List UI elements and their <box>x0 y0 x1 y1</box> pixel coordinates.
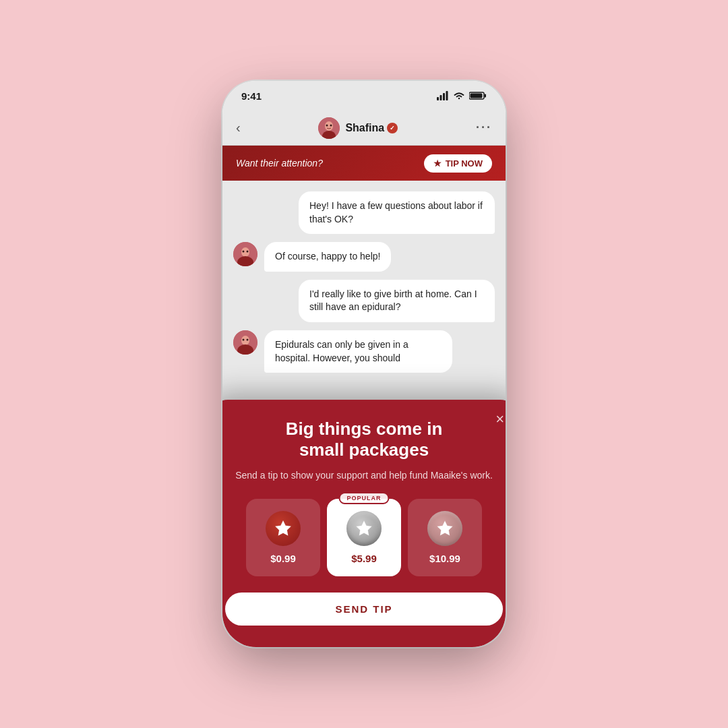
svg-rect-2 <box>443 93 445 100</box>
svg-point-18 <box>241 336 249 345</box>
svg-point-8 <box>325 121 333 131</box>
svg-point-11 <box>330 124 332 126</box>
battery-icon <box>469 91 487 100</box>
tip-now-label: TIP NOW <box>446 158 483 169</box>
message-4-wrap: Epidurals can only be given in a hospita… <box>233 330 495 373</box>
wifi-icon <box>453 91 465 100</box>
phone-frame: 9:41 <box>222 81 506 647</box>
signal-icon <box>437 91 449 100</box>
message-avatar-2 <box>233 330 257 355</box>
svg-marker-22 <box>275 520 291 535</box>
svg-point-15 <box>243 251 245 253</box>
tip-icon-099 <box>266 511 301 546</box>
message-2-wrap: Of course, happy to help! <box>233 242 495 272</box>
status-time: 9:41 <box>241 90 262 102</box>
status-icons <box>437 91 487 100</box>
svg-point-21 <box>247 338 249 340</box>
modal-close-button[interactable]: × <box>495 412 504 427</box>
svg-point-13 <box>241 247 249 257</box>
status-bar: 9:41 <box>222 81 506 111</box>
tip-modal: × Big things come insmall packages Send … <box>222 400 506 647</box>
tip-banner-text: Want their attention? <box>236 158 323 169</box>
tip-options: $0.99 POPULAR $5.99 <box>225 499 503 576</box>
avatar-face <box>318 117 340 139</box>
phone-wrapper: 9:41 <box>222 81 506 647</box>
tip-icon-1099 <box>427 511 462 546</box>
message-2: Of course, happy to help! <box>264 242 391 272</box>
svg-point-10 <box>326 124 328 126</box>
tip-option-099[interactable]: $0.99 <box>246 499 320 576</box>
more-button[interactable]: ··· <box>476 121 492 135</box>
star-icon-099 <box>274 519 293 538</box>
tip-price-099: $0.99 <box>270 553 296 564</box>
message-4: Epidurals can only be given in a hospita… <box>264 330 452 373</box>
tip-now-button[interactable]: ★ TIP NOW <box>424 154 492 173</box>
send-tip-button[interactable]: SEND TIP <box>225 593 503 626</box>
svg-point-16 <box>247 251 249 253</box>
star-icon-599 <box>355 519 373 538</box>
nav-bar: ‹ Shafina ✓ <box>222 111 506 146</box>
tip-price-599: $5.99 <box>351 553 377 564</box>
tip-price-1099: $10.99 <box>429 553 460 564</box>
star-icon-1099 <box>435 519 454 538</box>
nav-avatar <box>318 117 340 139</box>
svg-marker-23 <box>356 520 371 535</box>
message-1: Hey! I have a few questions about labor … <box>299 191 495 234</box>
message-avatar <box>233 242 257 266</box>
message-3: I'd really like to give birth at home. C… <box>299 280 495 322</box>
modal-subtitle: Send a tip to show your support and help… <box>225 468 503 483</box>
star-icon: ★ <box>433 158 442 169</box>
popular-badge: POPULAR <box>338 492 389 504</box>
svg-rect-0 <box>437 97 439 100</box>
modal-title: Big things come insmall packages <box>225 419 503 460</box>
tip-banner: Want their attention? ★ TIP NOW <box>222 146 506 181</box>
svg-rect-5 <box>485 94 487 98</box>
svg-rect-1 <box>440 95 442 100</box>
svg-point-20 <box>243 338 245 340</box>
svg-rect-6 <box>471 94 483 98</box>
tip-icon-599 <box>346 511 382 546</box>
avatar-icon-2 <box>233 330 257 355</box>
tip-option-1099[interactable]: $10.99 <box>408 499 482 576</box>
svg-marker-24 <box>437 520 452 535</box>
svg-rect-3 <box>446 91 448 100</box>
nav-center: Shafina ✓ <box>318 117 398 139</box>
back-button[interactable]: ‹ <box>236 120 241 135</box>
avatar-icon <box>233 242 257 266</box>
page-background: 9:41 <box>0 0 728 728</box>
tip-option-599[interactable]: POPULAR $5.99 <box>327 499 401 576</box>
verified-badge: ✓ <box>387 123 398 133</box>
nav-user-name: Shafina ✓ <box>345 122 398 134</box>
